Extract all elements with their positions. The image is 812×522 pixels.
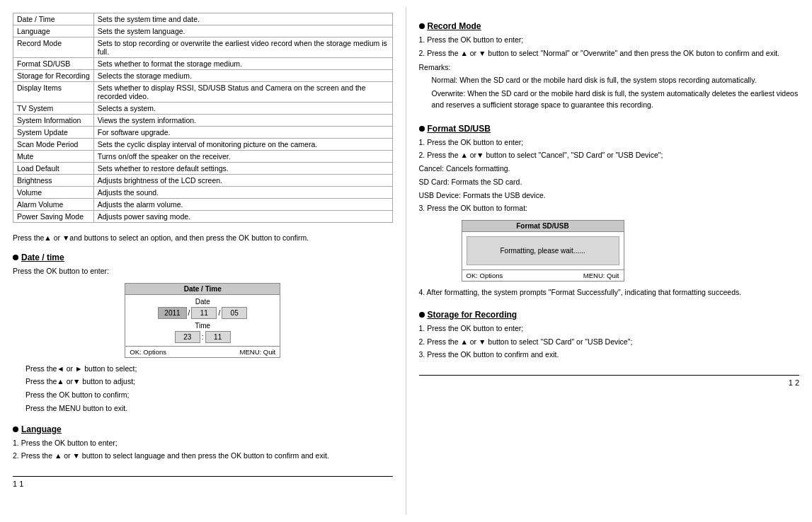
table-cell-desc: Sets the system time and date. (93, 13, 392, 25)
minute-field[interactable]: 11 (205, 331, 231, 343)
record-mode-heading: Record Mode (419, 21, 800, 31)
datetime-footer: OK: Options MENU: Quit (125, 346, 280, 357)
table-cell-label: Date / Time (13, 13, 94, 25)
datetime-ok: OK: Options (130, 348, 166, 356)
record-mode-bullet (419, 23, 425, 29)
datetime-menu: MENU: Quit (240, 348, 276, 356)
format-title: Format SD/USB (428, 124, 491, 134)
date-label: Date (125, 298, 280, 306)
format-step: SD Card: Formats the SD card. (419, 177, 800, 188)
table-cell-desc: Adjusts power saving mode. (93, 211, 392, 223)
table-cell-desc: Turns on/off the speaker on the receiver… (93, 151, 392, 163)
right-column: Record Mode 1. Press the OK button to en… (406, 7, 813, 515)
table-cell-label: Load Default (13, 163, 94, 175)
language-step: 1. Press the OK button to enter; (13, 438, 393, 449)
table-cell-desc: Sets the cyclic display interval of moni… (93, 139, 392, 151)
table-row: VolumeAdjusts the sound. (13, 187, 393, 199)
storage-step: 3. Press the OK button to confirm and ex… (419, 349, 800, 361)
table-cell-label: System Information (13, 115, 94, 127)
table-cell-label: System Update (13, 127, 94, 139)
format-step: Cancel: Cancels formatting. (419, 163, 800, 175)
format-bullet (419, 126, 425, 132)
storage-steps: 1. Press the OK button to enter;2. Press… (419, 323, 800, 361)
table-cell-desc: For software upgrade. (93, 127, 392, 139)
month-field[interactable]: 11 (191, 307, 217, 319)
format-step: 2. Press the ▲ or▼ button to select "Can… (419, 150, 800, 161)
table-row: TV SystemSelects a system. (13, 103, 393, 115)
time-label: Time (125, 322, 280, 330)
table-cell-desc: Sets to stop recording or overwrite the … (93, 37, 392, 58)
select-instruction: Press the▲ or ▼and buttons to select an … (13, 233, 393, 244)
format-footer: OK: Options MENU: Quit (462, 269, 624, 281)
table-cell-desc: Adjusts the alarm volume. (93, 199, 392, 211)
table-cell-label: Alarm Volume (13, 199, 94, 211)
date-bullet (13, 255, 18, 260)
menu-table: Date / TimeSets the system time and date… (13, 13, 393, 223)
table-cell-desc: Sets the system language. (93, 25, 392, 37)
remarks-label: Remarks: (419, 62, 800, 74)
press-instruction-line: Press the MENU button to exit. (25, 403, 393, 414)
datetime-box: Date / Time Date 2011 / 11 / 05 Time 23 … (125, 283, 280, 358)
format-box: Format SD/USB Formatting, please wait...… (462, 220, 624, 282)
remark-line: Normal: When the SD card or the mobile h… (432, 75, 800, 86)
table-row: Format SD/USBSets whether to format the … (13, 58, 393, 70)
table-row: Scan Mode PeriodSets the cyclic display … (13, 139, 393, 151)
record-mode-steps: 1. Press the OK button to enter;2. Press… (419, 35, 800, 59)
format-inner: Formatting, please wait...... (467, 236, 619, 265)
format-box-title: Format SD/USB (462, 221, 624, 232)
table-row: Power Saving ModeAdjusts power saving mo… (13, 211, 393, 223)
table-cell-desc: Views the system information. (93, 115, 392, 127)
press-instruction-line: Press the▲ or▼ button to adjust; (25, 376, 393, 388)
table-cell-desc: Selects a system. (93, 103, 392, 115)
storage-step: 1. Press the OK button to enter; (419, 323, 800, 335)
format-heading: Format SD/USB (419, 124, 800, 134)
table-row: Record ModeSets to stop recording or ove… (13, 37, 393, 58)
table-cell-desc: Adjusts the sound. (93, 187, 392, 199)
storage-title: Storage for Recording (428, 310, 517, 320)
table-cell-label: TV System (13, 103, 94, 115)
datetime-box-title: Date / Time (125, 284, 280, 295)
language-heading: Language (13, 424, 393, 434)
language-bullet (13, 427, 18, 432)
hour-field[interactable]: 23 (175, 331, 200, 343)
table-row: BrightnessAdjusts brightness of the LCD … (13, 175, 393, 187)
storage-bullet (419, 312, 425, 318)
press-instruction-line: Press the OK button to confirm; (25, 390, 393, 401)
format-menu: MENU: Quit (583, 272, 619, 279)
table-row: MuteTurns on/off the speaker on the rece… (13, 151, 393, 163)
page-number-left: 1 1 (13, 480, 23, 488)
table-row: Storage for RecordingSelects the storage… (13, 70, 393, 82)
table-cell-label: Volume (13, 187, 94, 199)
year-field[interactable]: 2011 (158, 307, 186, 319)
record-mode-step: 2. Press the ▲ or ▼ button to select "No… (419, 48, 800, 59)
language-title: Language (21, 424, 62, 434)
table-cell-label: Record Mode (13, 37, 94, 58)
format-steps: 1. Press the OK button to enter;2. Press… (419, 137, 800, 215)
table-cell-label: Display Items (13, 82, 94, 103)
language-section: Language 1. Press the OK button to enter… (13, 424, 393, 463)
table-cell-desc: Sets whether to format the storage mediu… (93, 58, 392, 70)
record-mode-step: 1. Press the OK button to enter; (419, 35, 800, 46)
table-cell-label: Power Saving Mode (13, 211, 94, 223)
table-cell-label: Language (13, 25, 94, 37)
format-step: USB Device: Formats the USB device. (419, 190, 800, 202)
press-instruction-line: Press the◄ or ► button to select; (25, 364, 393, 375)
press-instructions: Press the◄ or ► button to select;Press t… (25, 364, 393, 414)
table-cell-label: Mute (13, 151, 94, 163)
time-fields: 23 : 11 (125, 331, 280, 343)
table-cell-desc: Sets whether to restore default settings… (93, 163, 392, 175)
format-ok: OK: Options (467, 272, 503, 279)
table-row: Date / TimeSets the system time and date… (13, 13, 393, 25)
table-row: LanguageSets the system language. (13, 25, 393, 37)
record-mode-title: Record Mode (428, 21, 481, 31)
table-row: Alarm VolumeAdjusts the alarm volume. (13, 199, 393, 211)
page-number-right: 1 2 (789, 378, 799, 387)
day-field[interactable]: 05 (222, 307, 247, 319)
date-section-heading: Date / time (13, 253, 393, 262)
table-cell-label: Format SD/USB (13, 58, 94, 70)
language-steps: 1. Press the OK button to enter;2. Press… (13, 438, 393, 463)
remark-line: Overwrite: When the SD card or the mobil… (432, 88, 800, 111)
left-column: Date / TimeSets the system time and date… (0, 7, 406, 515)
table-row: System InformationViews the system infor… (13, 115, 393, 127)
table-cell-label: Scan Mode Period (13, 139, 94, 151)
